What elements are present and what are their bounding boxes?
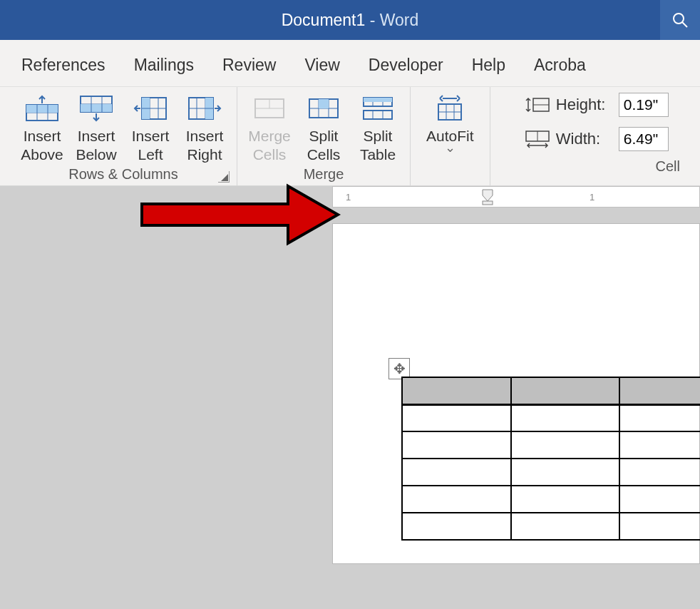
svg-rect-6	[26, 105, 58, 113]
split-table-icon	[359, 94, 397, 123]
search-button[interactable]	[660, 0, 700, 40]
window-title: Document1 - Word	[282, 11, 419, 30]
svg-line-1	[682, 22, 687, 27]
svg-rect-42	[364, 98, 392, 102]
svg-rect-37	[364, 111, 392, 119]
document-area: 1 1 ✥	[0, 186, 700, 564]
insert-right-button[interactable]: InsertRight	[178, 91, 231, 163]
insert-left-button[interactable]: InsertLeft	[124, 91, 177, 163]
width-input[interactable]	[619, 127, 669, 151]
ruler-mark-left: 1	[346, 192, 351, 203]
ribbon-tabs: References Mailings Review View Develope…	[0, 40, 700, 86]
autofit-button[interactable]: AutoFit ⌄	[425, 91, 475, 154]
insert-left-icon	[131, 94, 170, 123]
autofit-icon	[431, 94, 469, 123]
search-icon	[671, 11, 689, 29]
tab-help[interactable]: Help	[458, 50, 520, 81]
table-row	[402, 513, 700, 540]
table-row	[402, 486, 700, 513]
ruler-mark-right: 1	[590, 192, 595, 203]
height-input[interactable]	[619, 93, 669, 117]
height-icon	[525, 96, 550, 114]
tab-view[interactable]: View	[290, 50, 354, 81]
table-row	[402, 459, 700, 486]
split-table-button[interactable]: SplitTable	[351, 91, 404, 163]
height-label: Height:	[556, 96, 613, 114]
svg-rect-13	[81, 104, 112, 112]
group-label-rows-columns: Rows & Columns	[68, 166, 177, 183]
tab-review[interactable]: Review	[208, 50, 290, 81]
split-cells-button[interactable]: SplitCells	[297, 91, 350, 163]
chevron-down-icon: ⌄	[445, 144, 455, 152]
insert-below-icon	[77, 94, 115, 123]
document-table[interactable]	[401, 377, 700, 541]
row-width: Width:	[525, 127, 669, 151]
tab-acrobat[interactable]: Acroba	[520, 50, 600, 81]
document-page[interactable]: ✥	[332, 223, 700, 564]
tab-references[interactable]: References	[0, 50, 120, 81]
table-row	[402, 404, 700, 431]
svg-rect-52	[483, 201, 493, 205]
group-merge: MergeCells SplitCells SplitTable Merge	[237, 87, 411, 185]
group-cell-size: Height: Width: Cell	[490, 87, 700, 185]
table-row	[402, 431, 700, 459]
table-row	[402, 377, 700, 404]
svg-point-0	[674, 14, 684, 24]
horizontal-ruler[interactable]: 1 1	[332, 186, 700, 208]
ruler-indent-marker[interactable]	[481, 188, 494, 204]
row-height: Height:	[525, 93, 669, 117]
merge-cells-button[interactable]: MergeCells	[243, 91, 296, 163]
merge-cells-icon	[250, 94, 289, 123]
document-name: Document1	[282, 11, 366, 29]
insert-above-button[interactable]: InsertAbove	[16, 91, 68, 163]
title-bar: Document1 - Word	[0, 0, 700, 40]
app-name: Word	[380, 11, 419, 29]
svg-rect-35	[319, 99, 329, 108]
width-label: Width:	[556, 130, 613, 148]
rows-columns-dialog-launcher[interactable]	[218, 171, 230, 183]
group-label-merge: Merge	[304, 166, 344, 183]
tab-developer[interactable]: Developer	[354, 50, 458, 81]
split-cells-icon	[304, 94, 343, 123]
insert-below-button[interactable]: InsertBelow	[70, 91, 123, 163]
tab-mailings[interactable]: Mailings	[120, 50, 208, 81]
ribbon-commands: InsertAbove InsertBelow InsertLeft	[0, 86, 700, 185]
insert-right-icon	[185, 94, 224, 123]
width-icon	[525, 130, 550, 148]
group-rows-columns: InsertAbove InsertBelow InsertLeft	[0, 87, 237, 185]
group-autofit: AutoFit ⌄	[411, 87, 490, 185]
ribbon: References Mailings Review View Develope…	[0, 40, 700, 186]
insert-above-icon	[23, 94, 61, 123]
group-label-cell-size: Cell	[656, 158, 680, 175]
